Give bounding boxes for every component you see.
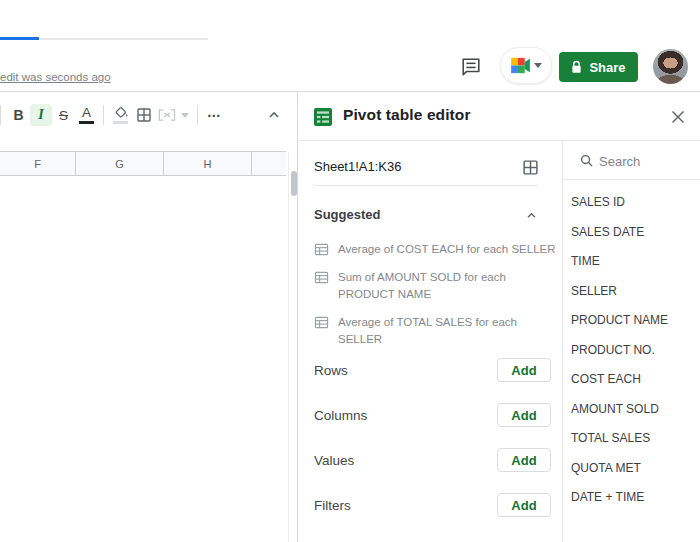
grid-icon (522, 159, 542, 176)
section-label: Columns (314, 408, 367, 423)
merge-cells-icon (158, 108, 176, 122)
range-input-underline (314, 185, 538, 186)
panel-main: Sheet1!A1:K36 Suggested (298, 141, 562, 542)
column-header-partial[interactable] (252, 152, 285, 175)
suggested-pivot-item[interactable]: Average of COST EACH for each SELLER (314, 241, 556, 258)
fill-color-swatch (113, 121, 128, 125)
google-sheets-window: edit was seconds ago (0, 0, 700, 542)
text-color-swatch (79, 121, 94, 125)
field-item[interactable]: DATE + TIME (563, 483, 700, 513)
suggested-item-label: Sum of AMOUNT SOLD for each PRODUCT NAME (338, 269, 556, 303)
chevron-down-icon (181, 113, 189, 118)
chevron-up-icon (268, 111, 280, 119)
field-search-input[interactable] (599, 149, 694, 173)
meet-icon (510, 57, 531, 74)
suggested-pivot-item[interactable]: Sum of AMOUNT SOLD for each PRODUCT NAME (314, 269, 556, 303)
add-button[interactable]: Add (497, 358, 551, 382)
toolbar: B I S A (0, 92, 297, 138)
pivot-section-row: Rows Add (314, 358, 551, 382)
fields-panel: SALES IDSALES DATETIMESELLERPRODUCT NAME… (562, 141, 700, 542)
share-label: Share (589, 60, 625, 75)
text-color-button[interactable]: A (75, 103, 98, 127)
meet-button[interactable] (500, 47, 552, 84)
close-panel-button[interactable] (666, 105, 690, 129)
last-edit-link[interactable]: edit was seconds ago (0, 71, 111, 83)
pivot-section-row: Values Add (314, 448, 551, 472)
collapse-toolbar-button[interactable] (262, 103, 285, 127)
toolbar-divider (0, 105, 1, 125)
loading-bar-track (39, 38, 208, 40)
bold-button[interactable]: B (7, 103, 30, 127)
field-item[interactable]: SALES DATE (563, 218, 700, 248)
field-item[interactable]: PRODUCT NAME (563, 306, 700, 336)
pivot-section-row: Filters Add (314, 493, 551, 517)
avatar[interactable] (653, 49, 688, 84)
section-label: Filters (314, 498, 351, 513)
borders-button[interactable] (132, 103, 155, 127)
fill-color-button[interactable] (109, 103, 132, 127)
section-label: Rows (314, 363, 348, 378)
more-tools-button[interactable]: ⋯ (203, 103, 226, 127)
pivot-section-row: Columns Add (314, 403, 551, 427)
table-icon (314, 269, 329, 303)
panel-title: Pivot table editor (343, 106, 471, 124)
pivot-table-icon (314, 108, 332, 130)
toolbar-divider (197, 105, 198, 125)
close-icon (671, 110, 685, 124)
field-item[interactable]: PRODUCT NO. (563, 336, 700, 366)
suggested-pivot-item[interactable]: Average of TOTAL SALES for each SELLER (314, 314, 556, 348)
chevron-up-icon (526, 212, 546, 219)
select-data-range-button[interactable] (522, 157, 542, 177)
suggested-item-label: Average of COST EACH for each SELLER (338, 241, 556, 258)
paint-bucket-icon (113, 106, 129, 119)
loading-bar-blue (0, 37, 39, 40)
add-button[interactable]: Add (497, 403, 551, 427)
add-button[interactable]: Add (497, 448, 551, 472)
field-item[interactable]: TOTAL SALES (563, 424, 700, 454)
column-header[interactable]: G (76, 152, 164, 175)
strikethrough-button[interactable]: S (52, 103, 75, 127)
scrollbar-thumb[interactable] (291, 171, 297, 196)
field-item[interactable]: COST EACH (563, 365, 700, 395)
pivot-table-editor-panel: Pivot table editor Sheet1!A1:K36 (297, 92, 700, 542)
panel-header: Pivot table editor (298, 92, 700, 141)
field-search-row (563, 141, 700, 180)
data-range-value[interactable]: Sheet1!A1:K36 (314, 159, 401, 174)
lock-icon (571, 60, 582, 74)
suggested-item-label: Average of TOTAL SALES for each SELLER (338, 314, 556, 348)
collapse-suggested-button[interactable] (526, 205, 546, 225)
field-item[interactable]: SELLER (563, 277, 700, 307)
chevron-down-icon (534, 63, 542, 68)
column-header[interactable]: F (0, 152, 76, 175)
table-icon (314, 241, 329, 258)
suggested-label: Suggested (314, 207, 380, 222)
add-button[interactable]: Add (497, 493, 551, 517)
table-icon (314, 314, 329, 348)
vertical-scrollbar[interactable] (288, 152, 297, 542)
toolbar-divider (103, 105, 104, 125)
share-button[interactable]: Share (559, 52, 638, 82)
italic-button-active[interactable]: I (30, 104, 52, 126)
comment-icon (460, 56, 482, 81)
field-item[interactable]: TIME (563, 247, 700, 277)
borders-grid-icon (136, 107, 152, 123)
section-label: Values (314, 453, 354, 468)
field-item[interactable]: SALES ID (563, 188, 700, 218)
comments-button[interactable] (458, 55, 484, 81)
merge-cells-button-disabled[interactable] (155, 103, 178, 127)
column-header[interactable]: H (164, 152, 252, 175)
field-item[interactable]: QUOTA MET (563, 454, 700, 484)
field-item[interactable]: AMOUNT SOLD (563, 395, 700, 425)
merge-options-dropdown[interactable] (178, 103, 192, 127)
column-headers: FGH (0, 151, 286, 176)
